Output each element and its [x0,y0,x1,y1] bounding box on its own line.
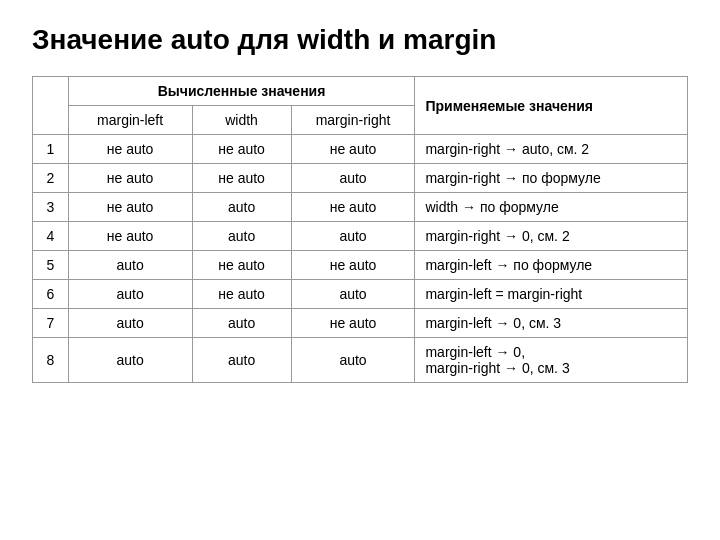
cell-margin-right: не auto [291,251,415,280]
cell-margin-left: auto [68,251,192,280]
cell-margin-left: не auto [68,193,192,222]
table-row: 1не autoне autoне automargin-right → aut… [33,135,688,164]
computed-header: Вычисленные значения [68,77,415,106]
num-header [33,77,69,135]
cell-applied: width → по формуле [415,193,688,222]
applied-header: Применяемые значения [415,77,688,135]
page-title: Значение auto для width и margin [32,24,688,56]
cell-margin-left: не auto [68,135,192,164]
table-body: 1не autoне autoне automargin-right → aut… [33,135,688,383]
cell-margin-right: не auto [291,135,415,164]
row-num: 4 [33,222,69,251]
row-num: 1 [33,135,69,164]
cell-applied: margin-right → 0, см. 2 [415,222,688,251]
table-row: 7autoautoне automargin-left → 0, см. 3 [33,309,688,338]
table-container: Вычисленные значения Применяемые значени… [32,76,688,383]
table-row: 6autoне autoautomargin-left = margin-rig… [33,280,688,309]
table-row: 3не autoautoне autowidth → по формуле [33,193,688,222]
header-row-main: Вычисленные значения Применяемые значени… [33,77,688,106]
data-table: Вычисленные значения Применяемые значени… [32,76,688,383]
margin-right-header: margin-right [291,106,415,135]
cell-margin-right: не auto [291,193,415,222]
width-header: width [192,106,291,135]
row-num: 7 [33,309,69,338]
cell-width: не auto [192,251,291,280]
cell-width: не auto [192,164,291,193]
row-num: 6 [33,280,69,309]
cell-margin-right: auto [291,164,415,193]
cell-applied: margin-left = margin-right [415,280,688,309]
cell-margin-right: auto [291,222,415,251]
row-num: 3 [33,193,69,222]
table-row: 2не autoне autoautomargin-right → по фор… [33,164,688,193]
cell-width: не auto [192,135,291,164]
cell-margin-right: не auto [291,309,415,338]
row-num: 8 [33,338,69,383]
cell-width: auto [192,193,291,222]
cell-applied: margin-right → auto, см. 2 [415,135,688,164]
cell-width: auto [192,338,291,383]
cell-margin-left: auto [68,280,192,309]
row-num: 5 [33,251,69,280]
table-row: 8autoautoautomargin-left → 0, margin-rig… [33,338,688,383]
cell-margin-right: auto [291,280,415,309]
cell-applied: margin-right → по формуле [415,164,688,193]
cell-applied: margin-left → 0, margin-right → 0, см. 3 [415,338,688,383]
cell-margin-left: не auto [68,164,192,193]
cell-margin-right: auto [291,338,415,383]
table-row: 5autoне autoне automargin-left → по форм… [33,251,688,280]
cell-margin-left: auto [68,309,192,338]
cell-margin-left: auto [68,338,192,383]
cell-width: auto [192,309,291,338]
table-row: 4не autoautoautomargin-right → 0, см. 2 [33,222,688,251]
cell-width: не auto [192,280,291,309]
cell-applied: margin-left → по формуле [415,251,688,280]
margin-left-header: margin-left [68,106,192,135]
cell-applied: margin-left → 0, см. 3 [415,309,688,338]
cell-margin-left: не auto [68,222,192,251]
cell-width: auto [192,222,291,251]
row-num: 2 [33,164,69,193]
